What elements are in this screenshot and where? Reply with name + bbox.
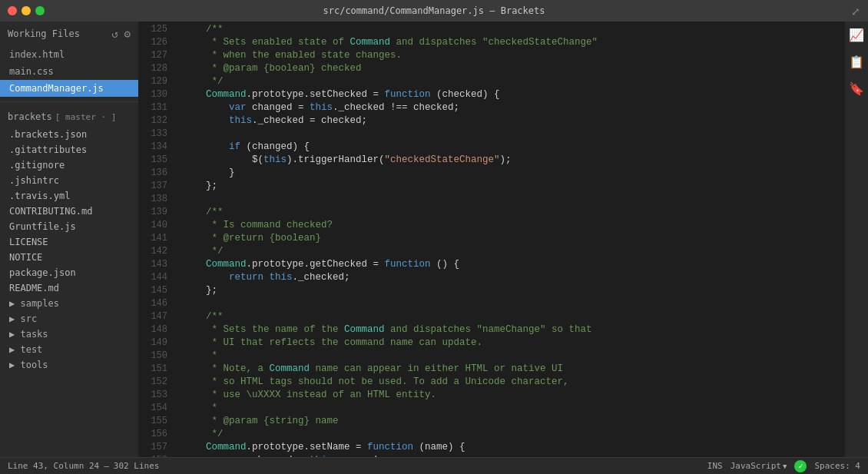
sidebar-divider bbox=[0, 101, 138, 102]
bookmark-icon[interactable]: 🔖 bbox=[849, 81, 864, 96]
code-line-132: this._checked = checked; bbox=[183, 114, 845, 128]
code-line-144: return this._checked; bbox=[183, 271, 845, 284]
code-line-141: * @return {boolean} bbox=[183, 232, 845, 245]
ins-label: INS bbox=[707, 461, 723, 471]
code-line-137: }; bbox=[183, 180, 845, 193]
code-line-139: /** bbox=[183, 206, 845, 219]
sidebar-header-icons: ↺ ⚙ bbox=[111, 28, 131, 40]
code-line-136: } bbox=[183, 167, 845, 180]
separator: — bbox=[104, 461, 109, 471]
code-line-153: * use \uXXXX instead of an HTML entity. bbox=[183, 389, 845, 402]
tree-item-contributing-md[interactable]: CONTRIBUTING.md bbox=[0, 204, 138, 219]
code-lines[interactable]: /** * Sets enabled state of Command and … bbox=[175, 22, 845, 457]
code-line-126: * Sets enabled state of Command and disp… bbox=[183, 36, 845, 49]
right-panel: 📈 📋 🔖 bbox=[845, 22, 868, 457]
tree-item-license[interactable]: LICENSE bbox=[0, 234, 138, 250]
window-controls bbox=[8, 6, 45, 15]
sidebar-refresh-icon[interactable]: ↺ bbox=[111, 28, 118, 40]
code-line-138 bbox=[183, 193, 845, 206]
tree-item-src[interactable]: ▶ src bbox=[0, 311, 138, 326]
code-line-155: * @param {string} name bbox=[183, 415, 845, 428]
statusbar-right: INS JavaScript ▼ ✓ Spaces: 4 bbox=[707, 460, 860, 472]
tree-item-brackets-json[interactable]: .brackets.json bbox=[0, 127, 138, 142]
tree-item-notice[interactable]: NOTICE bbox=[0, 250, 138, 265]
statusbar: Line 43, Column 24 — 302 Lines INS JavaS… bbox=[0, 457, 868, 474]
window-title: src/command/CommandManager.js — Brackets bbox=[323, 5, 545, 16]
working-files-list: index.html main.css CommandManager.js bbox=[0, 46, 138, 97]
sidebar-file-commandmanager-js[interactable]: CommandManager.js bbox=[0, 80, 138, 97]
sidebar: Working Files ↺ ⚙ index.html main.css Co… bbox=[0, 22, 138, 457]
code-line-140: * Is command checked? bbox=[183, 219, 845, 232]
code-line-146 bbox=[183, 297, 845, 310]
project-header: brackets [ master · ] bbox=[0, 107, 138, 127]
maximize-button[interactable] bbox=[35, 6, 45, 15]
statusbar-left: Line 43, Column 24 — 302 Lines bbox=[8, 461, 159, 471]
sidebar-settings-icon[interactable]: ⚙ bbox=[124, 28, 131, 40]
sidebar-tree: .brackets.json .gitattributes .gitignore… bbox=[0, 127, 138, 373]
status-badge: ✓ bbox=[794, 460, 807, 472]
code-line-131: var changed = this._checked !== checked; bbox=[183, 101, 845, 114]
code-line-145: }; bbox=[183, 284, 845, 297]
code-line-127: * when the enabled state changes. bbox=[183, 49, 845, 62]
editor-area: 125126127128129 130131132133134 13513613… bbox=[138, 22, 845, 457]
language-label: JavaScript bbox=[731, 461, 781, 471]
tree-item-package-json[interactable]: package.json bbox=[0, 265, 138, 280]
tree-item-gruntfile-js[interactable]: Gruntfile.js bbox=[0, 219, 138, 234]
tree-item-samples[interactable]: ▶ samples bbox=[0, 296, 138, 311]
code-line-128: * @param {boolean} checked bbox=[183, 62, 845, 75]
cursor-position: Line 43, Column 24 bbox=[8, 461, 99, 471]
code-line-151: * Note, a Command name can appear in eit… bbox=[183, 363, 845, 376]
code-container[interactable]: 125126127128129 130131132133134 13513613… bbox=[138, 22, 845, 457]
tree-item-jshintrc[interactable]: .jshintrc bbox=[0, 173, 138, 188]
sidebar-file-main-css[interactable]: main.css bbox=[0, 63, 138, 80]
code-line-156: */ bbox=[183, 428, 845, 441]
code-line-152: * so HTML tags should not be used. To ad… bbox=[183, 376, 845, 389]
code-line-157: Command.prototype.setName = function (na… bbox=[183, 441, 845, 454]
project-name: brackets bbox=[8, 111, 52, 122]
code-line-134: if (changed) { bbox=[183, 141, 845, 154]
code-line-133 bbox=[183, 128, 845, 141]
spaces-label: Spaces: 4 bbox=[814, 461, 860, 471]
language-arrow-icon: ▼ bbox=[783, 462, 787, 470]
code-line-130: Command.prototype.setChecked = function … bbox=[183, 88, 845, 101]
titlebar: src/command/CommandManager.js — Brackets… bbox=[0, 0, 868, 22]
code-line-143: Command.prototype.getChecked = function … bbox=[183, 258, 845, 271]
code-line-135: $(this).triggerHandler("checkedStateChan… bbox=[183, 154, 845, 167]
close-button[interactable] bbox=[8, 6, 17, 15]
tree-item-gitignore[interactable]: .gitignore bbox=[0, 157, 138, 173]
code-line-149: * UI that reflects the command name can … bbox=[183, 336, 845, 350]
code-line-147: /** bbox=[183, 310, 845, 323]
code-line-129: */ bbox=[183, 75, 845, 88]
line-chart-icon[interactable]: 📈 bbox=[849, 28, 864, 42]
tree-item-test[interactable]: ▶ test bbox=[0, 342, 138, 357]
main-layout: Working Files ↺ ⚙ index.html main.css Co… bbox=[0, 22, 868, 457]
tree-item-travis-yml[interactable]: .travis.yml bbox=[0, 188, 138, 204]
titlebar-right: ⤢ bbox=[851, 4, 860, 18]
minimize-button[interactable] bbox=[22, 6, 31, 15]
sidebar-file-index-html[interactable]: index.html bbox=[0, 46, 138, 63]
language-selector[interactable]: JavaScript ▼ bbox=[731, 461, 787, 471]
code-line-142: */ bbox=[183, 245, 845, 258]
branch-label: [ master · ] bbox=[55, 112, 116, 122]
check-icon: ✓ bbox=[794, 460, 807, 472]
code-line-150: * bbox=[183, 350, 845, 363]
line-numbers: 125126127128129 130131132133134 13513613… bbox=[138, 22, 175, 457]
working-files-label: Working Files bbox=[8, 28, 80, 39]
code-line-154: * bbox=[183, 402, 845, 415]
code-line-125: /** bbox=[183, 23, 845, 36]
expand-icon[interactable]: ⤢ bbox=[851, 5, 860, 18]
tree-item-tasks[interactable]: ▶ tasks bbox=[0, 326, 138, 342]
tree-item-gitattributes[interactable]: .gitattributes bbox=[0, 142, 138, 157]
clipboard-icon[interactable]: 📋 bbox=[849, 55, 864, 69]
code-line-148: * Sets the name of the Command and dispa… bbox=[183, 323, 845, 336]
tree-item-readme-md[interactable]: README.md bbox=[0, 280, 138, 296]
working-files-header: Working Files ↺ ⚙ bbox=[0, 22, 138, 46]
tree-item-tools[interactable]: ▶ tools bbox=[0, 357, 138, 373]
lines-count: 302 Lines bbox=[114, 461, 160, 471]
